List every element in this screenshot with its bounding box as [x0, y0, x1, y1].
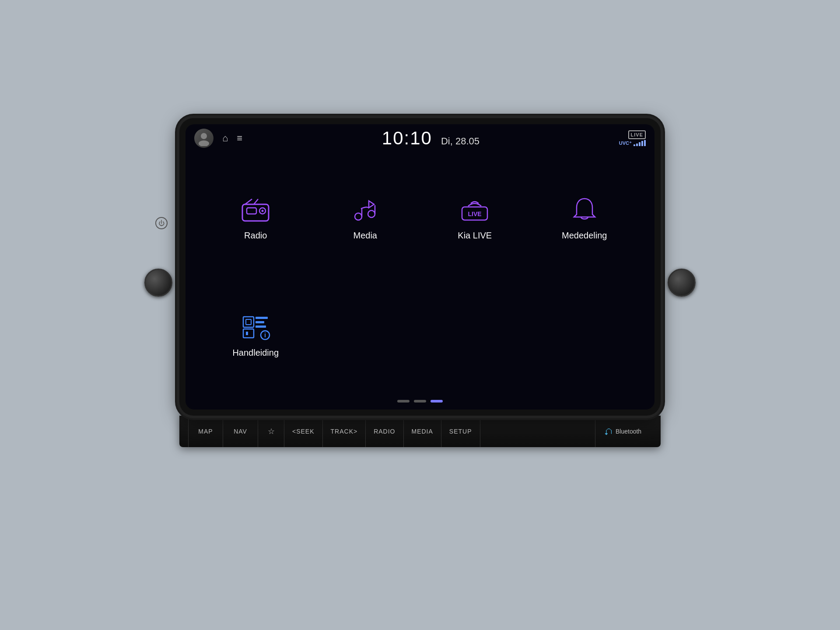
svg-point-9 [368, 210, 375, 217]
svg-rect-19 [256, 321, 264, 323]
svg-rect-14 [243, 317, 254, 327]
screen-bezel: ⌂ ≡ 10:10 Di, 28.05 LIVE UVC⁺ [179, 118, 661, 416]
top-bar: ⌂ ≡ 10:10 Di, 28.05 LIVE UVC⁺ [186, 124, 654, 152]
svg-text:i: i [264, 332, 266, 339]
menu-icon[interactable]: ≡ [237, 133, 242, 144]
svg-point-5 [262, 210, 264, 212]
mededeling-label: Mededeling [562, 231, 607, 241]
live-badge: LIVE [628, 130, 646, 139]
avatar[interactable] [194, 129, 214, 148]
app-kia-live[interactable]: LIVE Kia LIVE [422, 161, 528, 274]
home-icon[interactable]: ⌂ [222, 133, 228, 144]
top-bar-right: LIVE UVC⁺ [619, 130, 646, 146]
kia-live-label: Kia LIVE [458, 231, 492, 241]
screen: ⌂ ≡ 10:10 Di, 28.05 LIVE UVC⁺ [186, 124, 654, 410]
kia-live-icon: LIVE [457, 195, 492, 225]
signal-bars [634, 140, 646, 146]
svg-rect-16 [243, 329, 254, 338]
main-content: Radio [186, 152, 654, 400]
date: Di, 28.05 [441, 136, 480, 147]
left-knob[interactable] [144, 269, 172, 297]
uvc-label: UVC⁺ [619, 140, 632, 146]
media-icon [348, 195, 383, 225]
svg-rect-18 [256, 317, 268, 319]
svg-rect-20 [256, 326, 266, 328]
page-dot-2[interactable] [414, 400, 426, 402]
app-handleiding[interactable]: i Handleiding [203, 278, 308, 391]
svg-rect-17 [246, 332, 248, 335]
nav-button[interactable]: NAV [223, 416, 258, 447]
media-label: Media [354, 231, 377, 241]
svg-rect-3 [247, 208, 256, 214]
bluetooth-icon: ⮏ [603, 427, 612, 437]
svg-line-6 [245, 199, 252, 204]
svg-rect-15 [246, 319, 251, 325]
svg-text:LIVE: LIVE [468, 210, 482, 217]
seek-button[interactable]: <SEEK [284, 416, 323, 447]
top-bar-left: ⌂ ≡ [194, 129, 242, 148]
app-radio[interactable]: Radio [203, 161, 308, 274]
hardware-strip: MAP NAV ☆ <SEEK TRACK> RADIO MEDIA SETUP… [179, 416, 661, 447]
manual-icon: i [238, 312, 273, 343]
app-media[interactable]: Media [313, 161, 418, 274]
radio-button[interactable]: RADIO [366, 416, 403, 447]
bluetooth-button[interactable]: ⮏ Bluetooth [595, 416, 652, 447]
svg-point-8 [355, 213, 362, 220]
car-unit: ⏻ ⌂ [140, 118, 700, 512]
map-button[interactable]: MAP [188, 416, 223, 447]
right-knob[interactable] [668, 269, 696, 297]
page-dot-3[interactable] [430, 400, 443, 402]
bluetooth-label: Bluetooth [616, 428, 641, 435]
track-button[interactable]: TRACK> [323, 416, 366, 447]
app-mededeling[interactable]: Mededeling [532, 161, 637, 274]
clock: 10:10 [382, 128, 432, 149]
page-indicators [186, 400, 654, 410]
handleiding-label: Handleiding [232, 348, 279, 358]
media-button[interactable]: MEDIA [404, 416, 441, 447]
setup-button[interactable]: SETUP [441, 416, 480, 447]
svg-point-1 [199, 140, 209, 146]
radio-icon [238, 195, 273, 225]
radio-label: Radio [244, 231, 267, 241]
page-dot-1[interactable] [397, 400, 410, 402]
power-button[interactable]: ⏻ [155, 217, 168, 229]
top-bar-center: 10:10 Di, 28.05 [382, 128, 480, 149]
svg-line-7 [254, 199, 258, 204]
notification-icon [567, 195, 602, 225]
star-button[interactable]: ☆ [258, 416, 284, 447]
svg-point-0 [201, 133, 207, 139]
